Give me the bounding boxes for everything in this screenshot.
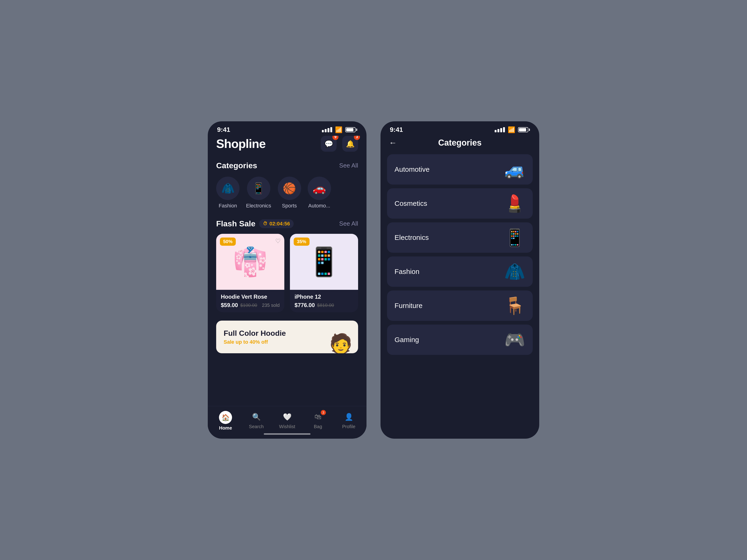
timer-value: 02:04:56 bbox=[269, 221, 290, 227]
hoodie-prices: $59.00 $100.00 235 sold bbox=[221, 302, 280, 309]
chat-badge: 9 bbox=[332, 136, 338, 140]
nav-bag-label: Bag bbox=[314, 424, 322, 429]
iphone-discount: 35% bbox=[294, 238, 310, 246]
notification-button[interactable]: 🔔 3 bbox=[342, 136, 358, 152]
hoodie-emoji: 👘 bbox=[233, 245, 268, 278]
automotive-label: Automo... bbox=[308, 203, 330, 209]
iphone-name: iPhone 12 bbox=[294, 294, 354, 300]
status-icons-2: 📶 bbox=[495, 126, 530, 133]
promo-title: Full Color Hoodie bbox=[224, 329, 286, 338]
hoodie-original-price: $100.00 bbox=[240, 303, 257, 308]
screen2-categories: 9:41 📶 ← Categories Automotive 🚙 bbox=[381, 121, 539, 439]
header-icons: 💬 9 🔔 3 bbox=[321, 136, 358, 152]
fashion-label: Fashion bbox=[219, 203, 237, 209]
promo-subtitle: Sale up to 40% off bbox=[224, 339, 286, 345]
cat-electronics[interactable]: Electronics 📱 bbox=[387, 222, 533, 253]
hoodie-discount: 50% bbox=[220, 238, 236, 246]
nav-home[interactable]: 🏠 Home bbox=[216, 411, 235, 431]
flash-sale-header: Flash Sale ⏱ 02:04:56 See All bbox=[216, 219, 358, 228]
flash-see-all[interactable]: See All bbox=[339, 220, 358, 227]
cat-cosmetics[interactable]: Cosmetics 💄 bbox=[387, 188, 533, 219]
fashion-icon: 🧥 bbox=[216, 177, 239, 200]
promo-text: Full Color Hoodie Sale up to 40% off bbox=[224, 329, 286, 345]
cat-fashion[interactable]: Fashion 🧥 bbox=[387, 257, 533, 287]
hoodie-price: $59.00 bbox=[221, 302, 238, 309]
cat-automotive[interactable]: Automotive 🚙 bbox=[387, 154, 533, 185]
chat-button[interactable]: 💬 9 bbox=[321, 136, 337, 152]
category-automotive[interactable]: 🚗 Automo... bbox=[308, 177, 331, 209]
wifi-icon-1: 📶 bbox=[335, 126, 342, 133]
wifi-icon-2: 📶 bbox=[508, 126, 515, 133]
flash-sale-title: Flash Sale bbox=[216, 219, 255, 228]
status-icons-1: 📶 bbox=[322, 126, 357, 133]
nav-profile-label: Profile bbox=[342, 424, 356, 429]
categories-row: 🧥 Fashion 📱 Electronics 🏀 Sports 🚗 Autom… bbox=[216, 177, 358, 209]
automotive-name: Automotive bbox=[394, 165, 430, 174]
products-row: 👘 50% ♡ Hoodie Vert Rose $59.00 $100.00 … bbox=[216, 234, 358, 312]
search-icon: 🔍 bbox=[249, 411, 263, 423]
profile-icon: 👤 bbox=[342, 411, 356, 423]
categories-list: Automotive 🚙 Cosmetics 💄 Electronics 📱 F… bbox=[381, 154, 539, 355]
furniture-name: Furniture bbox=[394, 302, 422, 310]
cat-furniture[interactable]: Furniture 🪑 bbox=[387, 291, 533, 321]
status-bar-1: 9:41 📶 bbox=[208, 121, 366, 136]
flash-sale-timer: ⏱ 02:04:56 bbox=[259, 219, 294, 228]
home-indicator bbox=[208, 433, 366, 439]
category-fashion[interactable]: 🧥 Fashion bbox=[216, 177, 239, 209]
wishlist-icon: 🤍 bbox=[280, 411, 294, 423]
category-electronics[interactable]: 📱 Electronics bbox=[246, 177, 271, 209]
nav-search[interactable]: 🔍 Search bbox=[247, 411, 266, 429]
nav-wishlist-label: Wishlist bbox=[279, 424, 295, 429]
iphone-emoji: 📱 bbox=[307, 245, 341, 278]
cat-gaming[interactable]: Gaming 🎮 bbox=[387, 325, 533, 355]
electronics-cat-name: Electronics bbox=[394, 234, 429, 241]
hoodie-wishlist-button[interactable]: ♡ bbox=[275, 238, 281, 245]
categories-header: Categories See All bbox=[216, 161, 358, 170]
sports-icon: 🏀 bbox=[278, 177, 301, 200]
iphone-price: $776.00 bbox=[294, 302, 315, 309]
electronics-label: Electronics bbox=[246, 203, 271, 209]
gaming-image: 🎮 bbox=[504, 330, 525, 350]
iphone-prices: $776.00 $810.00 bbox=[294, 302, 354, 309]
nav-wishlist[interactable]: 🤍 Wishlist bbox=[278, 411, 297, 429]
screen2-main: Automotive 🚙 Cosmetics 💄 Electronics 📱 F… bbox=[381, 154, 539, 439]
bag-icon: 🛍 3 bbox=[311, 411, 325, 423]
promo-banner[interactable]: Full Color Hoodie Sale up to 40% off 🧑 bbox=[216, 321, 358, 353]
bottom-nav: 🏠 Home 🔍 Search 🤍 Wishlist 🛍 3 Bag 👤 bbox=[208, 406, 366, 433]
status-bar-2: 9:41 📶 bbox=[381, 121, 539, 136]
furniture-image: 🪑 bbox=[504, 296, 525, 316]
electronics-icon: 📱 bbox=[247, 177, 270, 200]
time-2: 9:41 bbox=[390, 126, 403, 133]
screen2-title: Categories bbox=[438, 138, 482, 148]
promo-person-icon: 🧑 bbox=[329, 332, 353, 353]
nav-bag[interactable]: 🛍 3 Bag bbox=[309, 411, 327, 429]
categories-see-all[interactable]: See All bbox=[339, 162, 358, 169]
app-header: Shopline 💬 9 🔔 3 bbox=[216, 136, 358, 152]
flash-sale-left: Flash Sale ⏱ 02:04:56 bbox=[216, 219, 294, 228]
signal-1 bbox=[322, 127, 332, 132]
fashion-cat-name: Fashion bbox=[394, 268, 419, 275]
iphone-info: iPhone 12 $776.00 $810.00 bbox=[290, 290, 358, 312]
sports-label: Sports bbox=[282, 203, 297, 209]
screen1-main: Shopline 💬 9 🔔 3 Categories See All bbox=[208, 136, 366, 406]
signal-2 bbox=[495, 127, 505, 132]
nav-profile[interactable]: 👤 Profile bbox=[339, 411, 358, 429]
clock-icon: ⏱ bbox=[263, 221, 267, 226]
product-hoodie[interactable]: 👘 50% ♡ Hoodie Vert Rose $59.00 $100.00 … bbox=[216, 234, 284, 312]
battery-1 bbox=[345, 127, 357, 132]
back-button[interactable]: ← bbox=[389, 138, 397, 147]
automotive-image: 🚙 bbox=[504, 160, 525, 180]
iphone-image: 📱 35% bbox=[290, 234, 358, 290]
battery-2 bbox=[518, 127, 530, 132]
notif-badge: 3 bbox=[354, 136, 360, 140]
hoodie-info: Hoodie Vert Rose $59.00 $100.00 235 sold bbox=[216, 290, 284, 312]
product-iphone[interactable]: 📱 35% iPhone 12 $776.00 $810.00 bbox=[290, 234, 358, 312]
category-sports[interactable]: 🏀 Sports bbox=[278, 177, 301, 209]
screen2-header: ← Categories bbox=[381, 136, 539, 154]
time-1: 9:41 bbox=[217, 126, 230, 133]
bag-badge: 3 bbox=[321, 410, 326, 415]
fashion-cat-image: 🧥 bbox=[504, 262, 525, 282]
app-title: Shopline bbox=[216, 137, 266, 151]
gaming-name: Gaming bbox=[394, 336, 419, 344]
nav-home-label: Home bbox=[219, 425, 232, 431]
